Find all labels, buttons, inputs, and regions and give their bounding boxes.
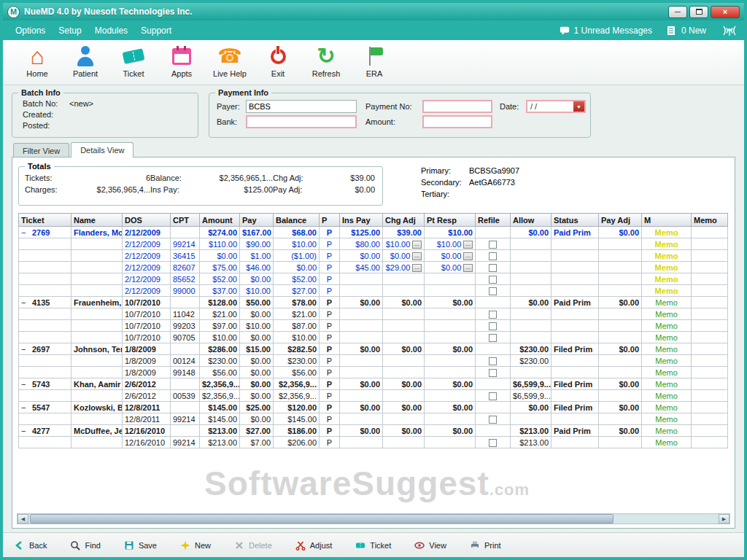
pt-resp-cell[interactable]: $0.00... (425, 262, 476, 273)
column-header-p[interactable]: P (320, 214, 340, 227)
refile-checkbox[interactable] (489, 241, 497, 249)
column-header-balance[interactable]: Balance (274, 214, 320, 227)
refile-checkbox[interactable] (489, 264, 497, 272)
minimize-button[interactable]: ─ (668, 6, 687, 18)
column-header-amount[interactable]: Amount (200, 214, 240, 227)
collapse-icon[interactable]: − (21, 228, 29, 237)
chg-adj-cell[interactable]: $0.00 (383, 297, 425, 308)
column-header-status[interactable]: Status (551, 214, 599, 227)
ins-pay-cell[interactable] (340, 437, 383, 448)
memo-link[interactable]: Memo (655, 392, 678, 400)
pt-resp-cell[interactable] (425, 332, 476, 343)
pt-resp-cell[interactable]: $0.00 (425, 425, 476, 437)
ins-pay-cell[interactable]: $125.00 (340, 227, 383, 238)
chg-adj-cell[interactable]: $29.00... (383, 262, 425, 273)
refile-checkbox[interactable] (489, 334, 497, 342)
refile-checkbox[interactable] (489, 252, 497, 260)
column-header-memo[interactable]: Memo (692, 214, 728, 227)
menu-options[interactable]: Options (9, 23, 52, 39)
ins-pay-cell[interactable] (340, 367, 383, 378)
ellipsis-button[interactable]: ... (463, 241, 473, 249)
date-combo[interactable]: / / ▼ (526, 100, 586, 113)
amount-input[interactable] (422, 115, 492, 128)
column-header-refile[interactable]: Refile (476, 214, 511, 227)
adjust-button[interactable]: Adjust (295, 540, 333, 551)
ins-pay-cell[interactable] (340, 320, 383, 332)
column-header-m[interactable]: M (642, 214, 692, 227)
ins-pay-cell[interactable] (340, 308, 383, 320)
pt-resp-cell[interactable] (425, 367, 476, 378)
memo-link[interactable]: Memo (655, 298, 678, 307)
memo-link[interactable]: Memo (655, 403, 678, 412)
memo-link[interactable]: Memo (655, 275, 678, 284)
pt-resp-cell[interactable] (425, 285, 476, 297)
collapse-icon[interactable]: − (21, 427, 29, 435)
chg-adj-cell[interactable] (383, 332, 425, 343)
delete-button[interactable]: Delete (234, 540, 272, 551)
chg-adj-cell[interactable]: $10.00... (383, 238, 425, 250)
restore-button[interactable] (689, 6, 708, 18)
ellipsis-button[interactable]: ... (412, 264, 422, 272)
pt-resp-cell[interactable]: $0.00 (425, 343, 476, 355)
menu-setup[interactable]: Setup (52, 23, 88, 39)
memo-link[interactable]: Memo (655, 322, 678, 330)
collapse-icon[interactable]: − (21, 380, 29, 389)
chg-adj-cell[interactable] (383, 355, 425, 367)
chg-adj-cell[interactable]: $39.00 (383, 227, 425, 238)
pt-resp-cell[interactable] (425, 355, 476, 367)
memo-link[interactable]: Memo (655, 333, 678, 342)
column-header-cpt[interactable]: CPT (171, 214, 200, 227)
horizontal-scrollbar[interactable]: ◀ ▶ (17, 513, 730, 524)
pt-resp-cell[interactable] (425, 390, 476, 402)
memo-link[interactable]: Memo (655, 240, 678, 249)
pt-resp-cell[interactable] (425, 413, 476, 425)
ins-pay-cell[interactable] (340, 273, 383, 285)
ins-pay-cell[interactable]: $0.00 (340, 343, 383, 355)
pt-resp-cell[interactable]: $0.00 (425, 378, 476, 390)
collapse-icon[interactable]: − (21, 298, 29, 307)
payment-no-input[interactable] (422, 100, 492, 113)
menu-support[interactable]: Support (134, 23, 178, 39)
unread-messages-indicator[interactable]: 1 Unread Messages (560, 26, 652, 36)
chg-adj-cell[interactable] (383, 367, 425, 378)
chg-adj-cell[interactable] (383, 437, 425, 448)
back-button[interactable]: Back (15, 540, 47, 551)
toolbar-home-button[interactable]: ⌂Home (13, 43, 61, 78)
column-header-ins-pay[interactable]: Ins Pay (340, 214, 383, 227)
toolbar-appts-button[interactable]: Appts (158, 43, 206, 78)
memo-link[interactable]: Memo (655, 263, 678, 272)
toolbar-refresh-button[interactable]: ↻Refresh (302, 43, 350, 78)
toolbar-live-help-button[interactable]: ☎Live Help (206, 43, 254, 78)
refile-checkbox[interactable] (489, 287, 497, 295)
refile-checkbox[interactable] (489, 322, 497, 330)
refile-checkbox[interactable] (489, 276, 497, 284)
chg-adj-cell[interactable]: $0.00 (383, 402, 425, 413)
view-button[interactable]: View (414, 540, 446, 551)
scroll-right-icon[interactable]: ▶ (719, 514, 729, 524)
column-header-chg-adj[interactable]: Chg Adj (383, 214, 425, 227)
refile-checkbox[interactable] (489, 392, 497, 400)
ins-pay-cell[interactable]: $0.00 (340, 250, 383, 262)
scrollbar-thumb[interactable] (30, 514, 614, 524)
save-button[interactable]: Save (124, 540, 157, 551)
memo-link[interactable]: Memo (655, 310, 678, 319)
memo-link[interactable]: Memo (655, 345, 678, 354)
column-header-ticket[interactable]: Ticket (19, 214, 71, 227)
pt-resp-cell[interactable]: $10.00 (425, 227, 476, 238)
column-header-pt-resp[interactable]: Pt Resp (425, 214, 476, 227)
memo-link[interactable]: Memo (655, 368, 678, 377)
bank-input[interactable] (246, 115, 357, 128)
ellipsis-button[interactable]: ... (412, 252, 422, 260)
find-button[interactable]: Find (70, 540, 100, 551)
pt-resp-cell[interactable]: $0.00... (425, 250, 476, 262)
memo-link[interactable]: Memo (655, 438, 678, 447)
pt-resp-cell[interactable]: $0.00 (425, 402, 476, 413)
chg-adj-cell[interactable] (383, 308, 425, 320)
ins-pay-cell[interactable]: $0.00 (340, 402, 383, 413)
chg-adj-cell[interactable] (383, 390, 425, 402)
chg-adj-cell[interactable] (383, 413, 425, 425)
chg-adj-cell[interactable]: $0.00 (383, 378, 425, 390)
ins-pay-cell[interactable]: $0.00 (340, 378, 383, 390)
pt-resp-cell[interactable] (425, 320, 476, 332)
ellipsis-button[interactable]: ... (463, 264, 473, 272)
